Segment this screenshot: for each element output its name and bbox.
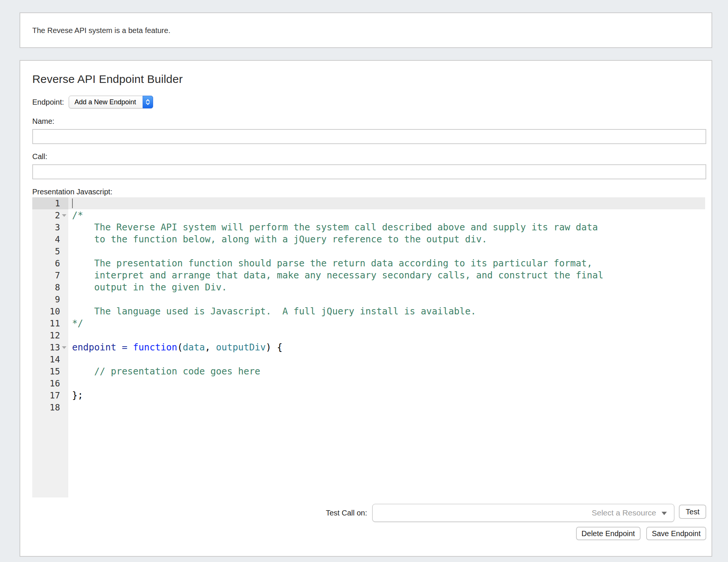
editor-gutter-cell: 7: [32, 269, 68, 281]
code-line[interactable]: endpoint = function(data, outputDiv) {: [68, 341, 705, 353]
editor-line[interactable]: 12: [32, 329, 705, 341]
editor-line[interactable]: 6 The presentation function should parse…: [32, 257, 705, 269]
line-number: 9: [55, 295, 60, 304]
code-line[interactable]: // presentation code goes here: [68, 365, 705, 377]
editor-line[interactable]: 15 // presentation code goes here: [32, 365, 705, 377]
endpoint-select-value: Add a New Endpoint: [69, 96, 143, 108]
code-editor[interactable]: 12/*3 The Reverse API system will perfor…: [32, 197, 705, 497]
page: The Revese API system is a beta feature.…: [0, 12, 728, 557]
code-line[interactable]: output in the given Div.: [68, 281, 705, 293]
editor-gutter-cell: 18: [32, 401, 68, 413]
code-line[interactable]: [68, 353, 705, 365]
test-call-label: Test Call on:: [326, 509, 367, 517]
editor-line[interactable]: 7 interpret and arrange that data, make …: [32, 269, 705, 281]
beta-banner-text: The Revese API system is a beta feature.: [32, 26, 170, 35]
name-input[interactable]: [32, 129, 706, 144]
code-line[interactable]: /*: [68, 209, 705, 221]
test-button[interactable]: Test: [679, 505, 706, 519]
line-number: 11: [50, 319, 60, 328]
editor-tail[interactable]: [32, 413, 705, 497]
code-line[interactable]: to the function below, along with a jQue…: [68, 233, 705, 245]
line-number: 4: [55, 234, 60, 244]
editor-line[interactable]: 4 to the function below, along with a jQ…: [32, 233, 705, 245]
line-number: 13: [50, 343, 60, 352]
select-arrows-icon: [143, 96, 153, 108]
line-number: 14: [50, 355, 60, 364]
code-line[interactable]: };: [68, 389, 705, 401]
code-line[interactable]: [68, 293, 705, 305]
resource-combobox[interactable]: Select a Resource: [372, 504, 674, 522]
editor-line[interactable]: 10 The language used is Javascript. A fu…: [32, 305, 705, 317]
line-number: 10: [50, 307, 60, 316]
line-number: 1: [55, 198, 60, 208]
editor-gutter-cell: 1: [32, 197, 68, 209]
delete-endpoint-button[interactable]: Delete Endpoint: [576, 527, 641, 540]
code-line[interactable]: */: [68, 317, 705, 329]
editor-line[interactable]: 14: [32, 353, 705, 365]
editor-line[interactable]: 16: [32, 377, 705, 389]
editor-line[interactable]: 8 output in the given Div.: [32, 281, 705, 293]
line-number: 12: [50, 331, 60, 340]
editor-line[interactable]: 18: [32, 401, 705, 413]
resource-placeholder: Select a Resource: [592, 508, 656, 517]
code-tail[interactable]: [68, 413, 705, 497]
editor-gutter-cell: 6: [32, 257, 68, 269]
editor-line[interactable]: 9: [32, 293, 705, 305]
code-line[interactable]: [68, 377, 705, 389]
editor-gutter-cell: 11: [32, 317, 68, 329]
editor-line[interactable]: 13endpoint = function(data, outputDiv) {: [32, 341, 705, 353]
line-number: 2: [55, 210, 60, 220]
editor-gutter-cell: 13: [32, 341, 68, 353]
dropdown-arrow-icon[interactable]: [662, 512, 667, 515]
name-label: Name:: [32, 117, 706, 126]
endpoint-select[interactable]: Add a New Endpoint: [69, 96, 153, 108]
code-line[interactable]: [68, 245, 705, 257]
code-line[interactable]: The language used is Javascript. A full …: [68, 305, 705, 317]
line-number: 5: [55, 246, 60, 256]
editor-line[interactable]: 5: [32, 245, 705, 257]
endpoint-row: Endpoint: Add a New Endpoint: [32, 96, 706, 108]
save-endpoint-button[interactable]: Save Endpoint: [646, 527, 706, 540]
fold-arrow-icon[interactable]: [62, 214, 66, 217]
call-field: Call:: [32, 152, 706, 179]
code-line[interactable]: [68, 329, 705, 341]
editor-gutter-tail: [32, 413, 68, 497]
editor-gutter-cell: 14: [32, 353, 68, 365]
editor-line[interactable]: 11*/: [32, 317, 705, 329]
editor-gutter-cell: 12: [32, 329, 68, 341]
editor-gutter-cell: 3: [32, 221, 68, 233]
editor-line[interactable]: 17};: [32, 389, 705, 401]
code-line[interactable]: The Reverse API system will perform the …: [68, 221, 705, 233]
code-line[interactable]: [68, 401, 705, 413]
editor-gutter-cell: 2: [32, 209, 68, 221]
line-number: 8: [55, 283, 60, 292]
endpoint-label: Endpoint:: [32, 98, 64, 107]
line-number: 16: [50, 379, 60, 388]
editor-gutter-cell: 10: [32, 305, 68, 317]
fold-arrow-icon[interactable]: [62, 346, 66, 349]
editor-line[interactable]: 3 The Reverse API system will perform th…: [32, 221, 705, 233]
code-line[interactable]: The presentation function should parse t…: [68, 257, 705, 269]
test-call-row: Test Call on: Select a Resource Test: [32, 504, 706, 522]
line-number: 18: [50, 403, 60, 412]
call-label: Call:: [32, 152, 706, 161]
editor-line[interactable]: 1: [32, 197, 705, 209]
line-number: 6: [55, 258, 60, 268]
line-number: 3: [55, 222, 60, 232]
editor-gutter-cell: 8: [32, 281, 68, 293]
editor-gutter-cell: 16: [32, 377, 68, 389]
code-line[interactable]: interpret and arrange that data, make an…: [68, 269, 705, 281]
editor-line[interactable]: 2/*: [32, 209, 705, 221]
name-field: Name:: [32, 117, 706, 144]
editor-gutter-cell: 15: [32, 365, 68, 377]
editor-gutter-cell: 5: [32, 245, 68, 257]
text-cursor: [72, 198, 73, 208]
line-number: 17: [50, 391, 60, 400]
editor-gutter-cell: 4: [32, 233, 68, 245]
code-line[interactable]: [68, 197, 705, 209]
line-number: 15: [50, 367, 60, 376]
editor-gutter-cell: 9: [32, 293, 68, 305]
editor-gutter-cell: 17: [32, 389, 68, 401]
call-input[interactable]: [32, 164, 706, 179]
endpoint-action-row: Delete Endpoint Save Endpoint: [32, 527, 706, 540]
